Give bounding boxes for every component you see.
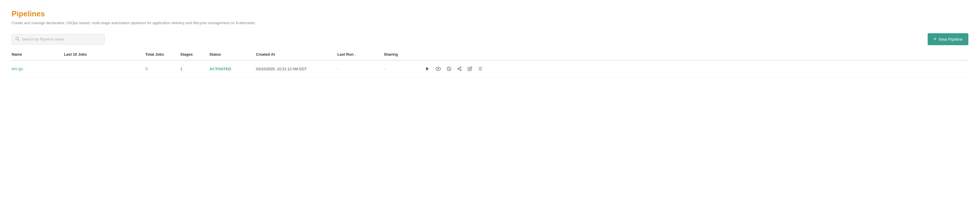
new-pipeline-button[interactable]: + New Pipeline — [928, 33, 968, 45]
pipeline-link[interactable]: em-gs — [12, 66, 23, 71]
new-pipeline-label: New Pipeline — [939, 37, 963, 42]
svg-line-11 — [459, 67, 460, 69]
header-totaljobs: Total Jobs — [145, 52, 180, 56]
page-container: Pipelines Create and manage declarative,… — [0, 0, 980, 204]
table-header: Name Last 10 Jobs Total Jobs Stages Stat… — [12, 52, 968, 61]
cell-sharing: - — [384, 66, 425, 71]
toolbar: + New Pipeline — [12, 33, 968, 45]
header-name: Name — [12, 52, 64, 56]
svg-point-4 — [438, 68, 439, 70]
edit-button[interactable] — [467, 66, 473, 72]
svg-line-1 — [18, 40, 19, 40]
search-input[interactable] — [22, 37, 101, 42]
sort-icon: ↓ — [355, 53, 356, 56]
page-description: Create and manage declarative, GitOps ba… — [12, 21, 968, 25]
table-container: Name Last 10 Jobs Total Jobs Stages Stat… — [12, 52, 968, 77]
disable-button[interactable] — [446, 66, 452, 72]
view-button[interactable] — [435, 66, 441, 71]
new-pipeline-plus-icon: + — [934, 36, 937, 42]
header-last10jobs: Last 10 Jobs — [64, 52, 145, 56]
svg-marker-2 — [426, 67, 429, 71]
delete-button[interactable] — [477, 66, 483, 72]
cell-stages: 1 — [180, 67, 209, 71]
search-wrapper — [12, 34, 105, 45]
header-lastrun[interactable]: Last Run ↓ — [337, 52, 384, 56]
cell-name: em-gs — [12, 66, 64, 71]
cell-createdat: 03/10/2025, 10:21:12 AM EDT — [256, 67, 337, 71]
table-row: em-gs 0 1 ACTIVATED 03/10/2025, 10:21:12… — [12, 61, 968, 77]
run-button[interactable] — [425, 66, 430, 72]
cell-lastrun: - — [337, 66, 384, 71]
cell-actions — [425, 66, 968, 72]
header-sharing: Sharing — [384, 52, 425, 56]
svg-line-10 — [459, 69, 460, 70]
svg-line-6 — [447, 67, 450, 70]
header-stages: Stages — [180, 52, 209, 56]
share-button[interactable] — [457, 66, 462, 72]
header-createdat: Created At — [256, 52, 337, 56]
cell-status: ACTIVATED — [209, 67, 256, 71]
header-status: Status — [209, 52, 256, 56]
page-title: Pipelines — [12, 9, 968, 18]
cell-totaljobs: 0 — [145, 66, 180, 71]
search-icon — [16, 37, 19, 42]
